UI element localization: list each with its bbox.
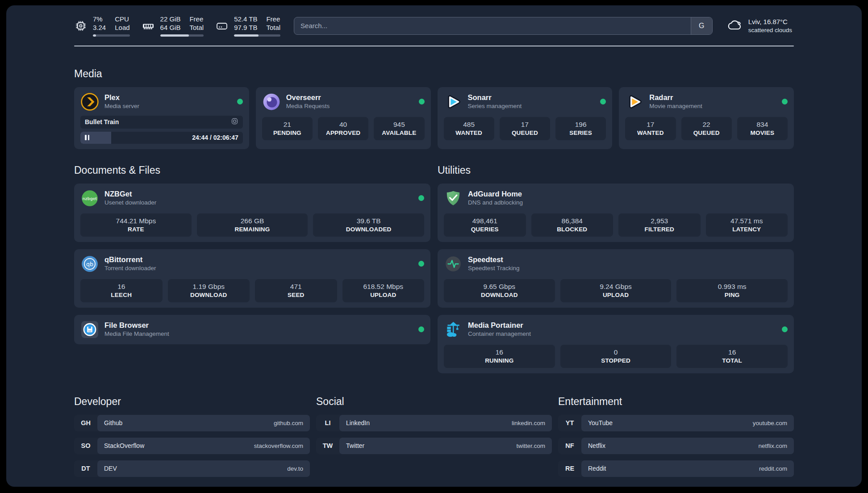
stat-label: DOWNLOAD [447,292,552,298]
stat-queries: 498,461 QUERIES [444,213,526,237]
now-playing-title: Bullet Train [85,118,119,125]
section-title-documents: Documents & Files [74,164,430,176]
qbittorrent-icon: qb [80,255,99,273]
status-dot [782,326,788,332]
bookmark-name: Reddit [588,465,606,472]
search-input[interactable] [294,17,713,35]
bookmark-github[interactable]: GH Github github.com [74,415,310,431]
stat-value: 16 [83,283,160,291]
stat-value: 16 [447,348,552,356]
stat-value: 40 [321,121,366,129]
cpu-icon [74,19,88,33]
bookmark-name: Github [104,419,122,426]
stat-label: SEED [258,292,334,298]
app-card-sonarr[interactable]: Sonarr Series management 485 WANTED 17 Q… [438,87,613,149]
stat-value: 21 [265,121,310,129]
cpu-stat: 7% 3.24 CPU Load [74,15,130,37]
stat-queued: 17 QUEUED [500,117,550,140]
stat-label: LATENCY [709,226,785,233]
memory-stat: 22 GiB 64 GiB Free Total [142,15,204,37]
stat-value: 86,384 [534,217,611,225]
bookmark-dev[interactable]: DT DEV dev.to [74,460,310,477]
stat-value: 9.24 Gbps [563,283,669,291]
bookmark-netflix[interactable]: NF Netflix netflix.com [558,438,794,454]
app-subtitle: Series management [468,103,522,110]
stat-upload: 9.24 Gbps UPLOAD [560,279,672,302]
memory-free-label: Free [189,15,204,24]
stat-stopped: 0 STOPPED [560,345,672,368]
memory-progress-fill [160,34,189,37]
weather-widget: Lviv, 16.87°C scattered clouds [726,17,794,34]
stat-label: STOPPED [563,357,669,364]
ram-icon [142,19,155,33]
stat-blocked: 86,384 BLOCKED [531,213,613,237]
app-name: qBittorrent [104,255,156,264]
app-name: Media Portainer [468,321,531,330]
cloud-icon [726,18,743,34]
disk-free-value: 52.4 TB [234,15,257,24]
bookmark-url: netflix.com [758,443,787,449]
plex-icon [80,92,99,111]
bookmark-name: StackOverflow [104,442,144,449]
stat-value: 9.65 Gbps [447,283,552,291]
app-card-speedtest[interactable]: Speedtest Speedtest Tracking 9.65 Gbps D… [438,249,794,308]
stat-label: WANTED [447,130,492,136]
app-name: Speedtest [468,255,520,264]
app-card-overseerr[interactable]: Overseerr Media Requests 21 PENDING 40 A… [256,87,431,149]
disk-progress-bar [234,34,280,37]
bookmark-stackoverflow[interactable]: SO StackOverflow stackoverflow.com [74,438,310,454]
bookmark-name: LinkedIn [346,419,370,426]
section-documents: Documents & Files nzbget [74,164,430,373]
status-dot [418,326,424,332]
top-bar: 7% 3.24 CPU Load [74,5,794,37]
bookmark-url: twitter.com [516,443,545,449]
stat-wanted: 17 WANTED [625,117,676,140]
bookmark-linkedin[interactable]: LI LinkedIn linkedin.com [316,415,552,431]
bookmark-abbr: YT [558,415,581,431]
bookmark-name: YouTube [588,419,613,426]
app-card-portainer[interactable]: Media Portainer Container management 16 … [438,315,794,373]
disk-icon [215,19,229,33]
stat-value: 498,461 [447,217,523,225]
cpu-label: CPU [115,15,129,24]
stat-label: TOTAL [679,357,785,364]
bookmark-abbr: RE [558,460,581,477]
stat-label: QUEUED [684,130,729,136]
section-utilities: Utilities [438,164,794,373]
bookmark-name: Twitter [346,442,364,449]
search-engine-button[interactable]: G [691,17,712,34]
stat-series: 196 SERIES [555,117,606,140]
stat-running: 16 RUNNING [444,345,555,368]
section-developer: Developer GH Github github.com SO StackO… [74,396,310,483]
playback-progress-bar[interactable]: 24:44 / 02:06:47 [80,132,243,144]
app-card-radarr[interactable]: Radarr Movie management 17 WANTED 22 QUE… [619,87,794,149]
stat-remaining: 266 GB REMAINING [197,213,308,237]
stat-download: 1.19 Gbps DOWNLOAD [168,279,250,302]
app-card-nzbget[interactable]: nzbget NZBGet Usenet downloader 74 [74,184,430,242]
bookmark-abbr: LI [316,415,339,431]
stat-value: 471 [258,283,334,291]
stat-queued: 22 QUEUED [681,117,732,140]
memory-progress-bar [160,34,204,37]
bookmark-abbr: TW [316,438,339,454]
app-subtitle: Media server [104,103,139,110]
bookmark-url: github.com [274,420,303,426]
stat-value: 39.6 TB [316,217,421,225]
stat-pending: 21 PENDING [262,117,313,140]
bookmark-youtube[interactable]: YT YouTube youtube.com [558,415,794,431]
status-dot [418,261,424,267]
disk-stat: 52.4 TB 97.9 TB Free Total [215,15,280,37]
pause-button[interactable] [85,135,89,140]
app-subtitle: Movie management [649,103,702,110]
bookmark-twitter[interactable]: TW Twitter twitter.com [316,438,552,454]
header-divider [74,46,794,46]
stat-label: DOWNLOADED [316,226,421,233]
app-card-adguard[interactable]: AdGuard Home DNS and adblocking 498,461 … [438,184,794,242]
app-card-filebrowser[interactable]: File Browser Media File Management [74,315,430,344]
app-card-plex[interactable]: Plex Media server Bullet Train [74,87,249,149]
bookmark-abbr: GH [74,415,97,431]
stat-value: 17 [628,121,673,129]
bookmark-reddit[interactable]: RE Reddit reddit.com [558,460,794,477]
cpu-load-value: 3.24 [93,24,106,32]
app-card-qbittorrent[interactable]: qb qBittorrent Torrent downloader [74,249,430,308]
